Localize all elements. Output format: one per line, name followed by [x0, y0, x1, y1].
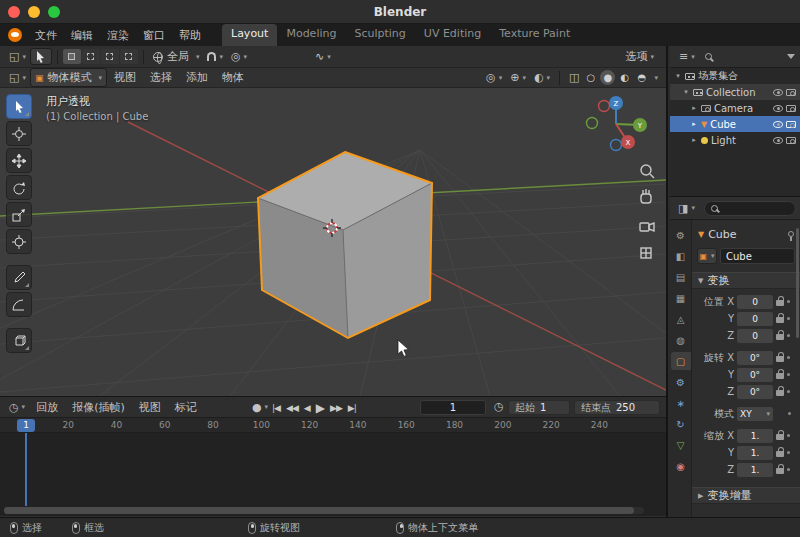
tab-render[interactable]: ◧: [671, 247, 691, 265]
expander-icon[interactable]: ▸: [690, 104, 698, 112]
outliner-row-camera[interactable]: ▸ Camera: [670, 100, 800, 116]
lock-icon[interactable]: [776, 451, 784, 457]
tool-select-box[interactable]: [6, 94, 32, 119]
tab-output[interactable]: ▤: [671, 268, 691, 286]
tool-scale[interactable]: [6, 202, 32, 227]
pin-icon[interactable]: [788, 231, 794, 237]
tab-material[interactable]: ◉: [671, 457, 691, 475]
hide-eye-icon[interactable]: [773, 105, 783, 112]
breadcrumb-object[interactable]: Cube: [708, 228, 736, 241]
animate-dot-icon[interactable]: [788, 412, 791, 415]
lock-icon[interactable]: [776, 390, 784, 396]
editor-type-button[interactable]: ≡ ▾: [675, 49, 699, 64]
rotation-z-field[interactable]: 0°: [737, 385, 773, 399]
tab-texture-paint[interactable]: Texture Paint: [490, 24, 579, 46]
jump-to-end-button[interactable]: ▶|: [348, 403, 356, 413]
editor-type-button[interactable]: ◷ ▾: [5, 400, 29, 415]
mode-dropdown[interactable]: ▣ 物体模式 ▾: [30, 68, 107, 87]
gizmo-neg-z[interactable]: [611, 140, 622, 151]
select-mode-set[interactable]: [63, 49, 81, 64]
menu-view[interactable]: 视图: [107, 70, 143, 85]
viewport-3d[interactable]: Z Y X: [0, 88, 666, 396]
hide-eye-icon[interactable]: [773, 89, 783, 96]
select-mode-intersect[interactable]: [120, 49, 138, 64]
tool-annotate[interactable]: [6, 265, 32, 290]
location-x-field[interactable]: 0: [737, 295, 773, 309]
options-dropdown[interactable]: 选项 ▾: [621, 48, 658, 65]
tool-move[interactable]: [6, 148, 32, 173]
render-visibility-icon[interactable]: [786, 89, 796, 96]
navigation-gizmo[interactable]: Z Y X: [587, 96, 648, 151]
animate-dot-icon[interactable]: [787, 373, 790, 376]
lock-icon[interactable]: [776, 468, 784, 474]
visibility-dropdown[interactable]: ◎ ▾: [482, 70, 506, 85]
tab-layout[interactable]: Layout: [222, 24, 277, 46]
gizmos-dropdown[interactable]: ⊕ ▾: [506, 70, 530, 85]
editor-type-button[interactable]: ◨ ▾: [674, 201, 699, 216]
shading-material[interactable]: ◐: [617, 70, 632, 85]
outliner-row-cube[interactable]: ▸ ▼ Cube: [670, 116, 800, 132]
scale-z-field[interactable]: 1.: [737, 463, 773, 477]
filter-icon[interactable]: [787, 54, 795, 59]
menu-object[interactable]: 物体: [215, 70, 251, 85]
animate-dot-icon[interactable]: [787, 356, 790, 359]
menu-edit[interactable]: 编辑: [64, 28, 100, 43]
perspective-toggle-icon[interactable]: [641, 248, 651, 258]
menu-keying[interactable]: 报像(插帧): [65, 400, 132, 415]
select-mode-subtract[interactable]: [101, 49, 119, 64]
tab-scene[interactable]: ◬: [671, 310, 691, 328]
timeline-tracks[interactable]: [0, 433, 666, 516]
tab-uv-editing[interactable]: UV Editing: [415, 24, 490, 46]
current-frame-field[interactable]: 1: [420, 400, 486, 415]
expander-icon[interactable]: ▸: [690, 136, 698, 144]
shading-solid[interactable]: ●: [600, 70, 615, 85]
tool-transform[interactable]: [6, 229, 32, 254]
xray-toggle[interactable]: ◫: [565, 70, 583, 85]
menu-file[interactable]: 文件: [28, 28, 64, 43]
animate-dot-icon[interactable]: [787, 334, 790, 337]
next-keyframe-button[interactable]: ▶▶: [330, 403, 342, 413]
animate-dot-icon[interactable]: [787, 451, 790, 454]
gizmo-neg-y[interactable]: [587, 118, 598, 129]
tab-modeling[interactable]: Modeling: [277, 24, 345, 46]
location-z-field[interactable]: 0: [737, 329, 773, 343]
lock-icon[interactable]: [776, 334, 784, 340]
tab-view-layer[interactable]: ▦: [671, 289, 691, 307]
tab-sculpting[interactable]: Sculpting: [345, 24, 414, 46]
overlays-dropdown[interactable]: ◐ ▾: [530, 70, 554, 85]
frame-end-field[interactable]: 结束点 250: [574, 400, 660, 415]
pan-hand-icon[interactable]: [641, 189, 651, 203]
menu-render[interactable]: 渲染: [100, 28, 136, 43]
tool-measure[interactable]: [6, 292, 32, 317]
shading-wireframe[interactable]: ○: [583, 70, 598, 85]
render-visibility-icon[interactable]: [786, 137, 796, 144]
tab-tool[interactable]: ⚙: [671, 226, 691, 244]
tab-particles[interactable]: ∗: [671, 394, 691, 412]
expander-icon[interactable]: ▾: [674, 72, 682, 80]
blender-logo-icon[interactable]: [8, 28, 22, 42]
editor-type-button[interactable]: ◱ ▾: [5, 49, 30, 64]
object-type-dropdown[interactable]: ▣▾: [697, 248, 717, 264]
rotation-x-field[interactable]: 0°: [737, 351, 773, 365]
properties-scrollbar[interactable]: [796, 228, 799, 338]
zoom-icon[interactable]: [641, 165, 654, 178]
render-visibility-icon[interactable]: [786, 105, 796, 112]
auto-keying-toggle[interactable]: ● ▾: [248, 400, 272, 415]
cube-mesh[interactable]: [258, 152, 432, 338]
lock-icon[interactable]: [776, 317, 784, 323]
hide-eye-icon[interactable]: [773, 137, 783, 144]
menu-window[interactable]: 窗口: [136, 28, 172, 43]
animate-dot-icon[interactable]: [787, 434, 790, 437]
menu-select[interactable]: 选择: [143, 70, 179, 85]
animate-dot-icon[interactable]: [787, 300, 790, 303]
gizmo-neg-x[interactable]: [599, 101, 610, 112]
outliner-row-light[interactable]: ▸ Light: [670, 132, 800, 148]
timeline-scrollbar[interactable]: [4, 507, 644, 514]
expander-icon[interactable]: ▸: [690, 120, 698, 128]
animate-dot-icon[interactable]: [787, 390, 790, 393]
tool-add-cube[interactable]: [6, 328, 32, 353]
lock-icon[interactable]: [776, 434, 784, 440]
snap-toggle[interactable]: ▾: [203, 51, 227, 62]
menu-playback[interactable]: 回放: [29, 400, 65, 415]
falloff-dropdown[interactable]: ∿ ▾: [311, 49, 335, 64]
